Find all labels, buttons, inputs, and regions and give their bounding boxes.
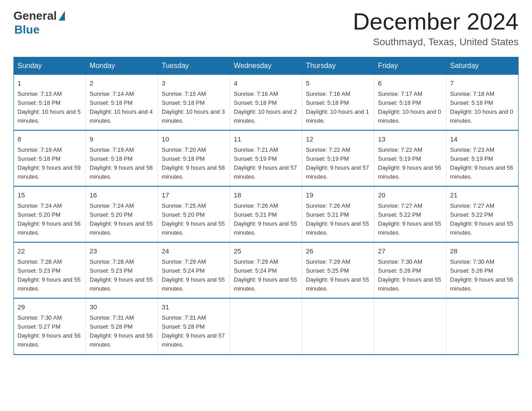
- day-number: 23: [90, 246, 154, 257]
- day-cell: 1Sunrise: 7:13 AMSunset: 5:18 PMDaylight…: [14, 75, 86, 131]
- header-row: SundayMondayTuesdayWednesdayThursdayFrid…: [14, 57, 519, 75]
- day-info: Sunrise: 7:31 AMSunset: 5:28 PMDaylight:…: [162, 313, 226, 350]
- logo-general-text: General: [13, 9, 57, 23]
- calendar-header: SundayMondayTuesdayWednesdayThursdayFrid…: [14, 57, 519, 75]
- day-number: 14: [450, 134, 515, 145]
- day-number: 1: [17, 78, 82, 89]
- day-cell: 20Sunrise: 7:27 AMSunset: 5:22 PMDayligh…: [374, 186, 446, 242]
- day-info: Sunrise: 7:28 AMSunset: 5:23 PMDaylight:…: [90, 257, 154, 294]
- day-cell: 12Sunrise: 7:22 AMSunset: 5:19 PMDayligh…: [302, 130, 374, 186]
- day-number: 12: [306, 134, 370, 145]
- day-number: 30: [90, 302, 154, 313]
- logo: General Blue: [13, 9, 65, 37]
- day-number: 21: [450, 190, 515, 201]
- day-info: Sunrise: 7:16 AMSunset: 5:18 PMDaylight:…: [306, 90, 370, 126]
- day-number: 9: [90, 134, 154, 145]
- header-cell-saturday: Saturday: [446, 57, 519, 75]
- day-info: Sunrise: 7:26 AMSunset: 5:21 PMDaylight:…: [234, 201, 298, 238]
- day-cell: 21Sunrise: 7:27 AMSunset: 5:22 PMDayligh…: [446, 186, 519, 242]
- day-cell: 30Sunrise: 7:31 AMSunset: 5:28 PMDayligh…: [86, 298, 158, 354]
- day-number: 20: [378, 190, 442, 201]
- day-cell: 3Sunrise: 7:15 AMSunset: 5:18 PMDaylight…: [158, 75, 230, 131]
- day-cell: 16Sunrise: 7:24 AMSunset: 5:20 PMDayligh…: [86, 186, 158, 242]
- day-info: Sunrise: 7:17 AMSunset: 5:18 PMDaylight:…: [378, 90, 442, 126]
- day-number: 19: [306, 190, 370, 201]
- day-number: 16: [90, 190, 154, 201]
- day-number: 18: [234, 190, 298, 201]
- day-info: Sunrise: 7:23 AMSunset: 5:19 PMDaylight:…: [450, 146, 515, 182]
- day-info: Sunrise: 7:18 AMSunset: 5:18 PMDaylight:…: [450, 90, 515, 126]
- title-area: December 2024 Southmayd, Texas, United S…: [353, 9, 519, 48]
- logo-triangle-icon: [59, 11, 65, 21]
- day-number: 11: [234, 134, 298, 145]
- day-info: Sunrise: 7:13 AMSunset: 5:18 PMDaylight:…: [17, 90, 82, 126]
- day-cell: 11Sunrise: 7:21 AMSunset: 5:19 PMDayligh…: [230, 130, 302, 186]
- day-cell: 13Sunrise: 7:22 AMSunset: 5:19 PMDayligh…: [374, 130, 446, 186]
- day-number: 5: [306, 78, 370, 89]
- day-info: Sunrise: 7:19 AMSunset: 5:18 PMDaylight:…: [90, 146, 154, 182]
- day-cell: 8Sunrise: 7:19 AMSunset: 5:18 PMDaylight…: [14, 130, 86, 186]
- day-cell: 7Sunrise: 7:18 AMSunset: 5:18 PMDaylight…: [446, 75, 519, 131]
- day-number: 7: [450, 78, 515, 89]
- header-cell-tuesday: Tuesday: [158, 57, 230, 75]
- day-cell: 31Sunrise: 7:31 AMSunset: 5:28 PMDayligh…: [158, 298, 230, 354]
- day-cell: 9Sunrise: 7:19 AMSunset: 5:18 PMDaylight…: [86, 130, 158, 186]
- day-info: Sunrise: 7:30 AMSunset: 5:26 PMDaylight:…: [378, 257, 442, 294]
- day-info: Sunrise: 7:31 AMSunset: 5:28 PMDaylight:…: [90, 313, 154, 350]
- day-cell: 25Sunrise: 7:29 AMSunset: 5:24 PMDayligh…: [230, 242, 302, 298]
- calendar-body: 1Sunrise: 7:13 AMSunset: 5:18 PMDaylight…: [14, 75, 519, 355]
- day-number: 4: [234, 78, 298, 89]
- day-cell: [302, 298, 374, 354]
- day-info: Sunrise: 7:28 AMSunset: 5:23 PMDaylight:…: [17, 257, 82, 294]
- day-info: Sunrise: 7:16 AMSunset: 5:18 PMDaylight:…: [234, 90, 298, 126]
- day-info: Sunrise: 7:20 AMSunset: 5:18 PMDaylight:…: [162, 146, 226, 182]
- day-info: Sunrise: 7:27 AMSunset: 5:22 PMDaylight:…: [378, 201, 442, 238]
- day-cell: 4Sunrise: 7:16 AMSunset: 5:18 PMDaylight…: [230, 75, 302, 131]
- day-cell: 26Sunrise: 7:29 AMSunset: 5:25 PMDayligh…: [302, 242, 374, 298]
- day-cell: 17Sunrise: 7:25 AMSunset: 5:20 PMDayligh…: [158, 186, 230, 242]
- day-cell: 22Sunrise: 7:28 AMSunset: 5:23 PMDayligh…: [14, 242, 86, 298]
- day-info: Sunrise: 7:26 AMSunset: 5:21 PMDaylight:…: [306, 201, 370, 238]
- day-info: Sunrise: 7:29 AMSunset: 5:24 PMDaylight:…: [234, 257, 298, 294]
- day-cell: 18Sunrise: 7:26 AMSunset: 5:21 PMDayligh…: [230, 186, 302, 242]
- header-cell-wednesday: Wednesday: [230, 57, 302, 75]
- header-cell-thursday: Thursday: [302, 57, 374, 75]
- day-info: Sunrise: 7:29 AMSunset: 5:24 PMDaylight:…: [162, 257, 226, 294]
- week-row-4: 22Sunrise: 7:28 AMSunset: 5:23 PMDayligh…: [14, 242, 519, 298]
- logo-blue-text: Blue: [14, 23, 39, 37]
- day-info: Sunrise: 7:30 AMSunset: 5:26 PMDaylight:…: [450, 257, 515, 294]
- day-cell: [374, 298, 446, 354]
- day-number: 2: [90, 78, 154, 89]
- day-info: Sunrise: 7:24 AMSunset: 5:20 PMDaylight:…: [90, 201, 154, 238]
- day-cell: 28Sunrise: 7:30 AMSunset: 5:26 PMDayligh…: [446, 242, 519, 298]
- day-info: Sunrise: 7:27 AMSunset: 5:22 PMDaylight:…: [450, 201, 515, 238]
- day-info: Sunrise: 7:30 AMSunset: 5:27 PMDaylight:…: [17, 313, 82, 350]
- day-cell: 6Sunrise: 7:17 AMSunset: 5:18 PMDaylight…: [374, 75, 446, 131]
- header-cell-sunday: Sunday: [14, 57, 86, 75]
- header-cell-monday: Monday: [86, 57, 158, 75]
- day-number: 24: [162, 246, 226, 257]
- week-row-1: 1Sunrise: 7:13 AMSunset: 5:18 PMDaylight…: [14, 75, 519, 131]
- day-number: 25: [234, 246, 298, 257]
- day-info: Sunrise: 7:21 AMSunset: 5:19 PMDaylight:…: [234, 146, 298, 182]
- day-cell: 19Sunrise: 7:26 AMSunset: 5:21 PMDayligh…: [302, 186, 374, 242]
- day-number: 8: [17, 134, 82, 145]
- day-cell: 29Sunrise: 7:30 AMSunset: 5:27 PMDayligh…: [14, 298, 86, 354]
- day-info: Sunrise: 7:22 AMSunset: 5:19 PMDaylight:…: [378, 146, 442, 182]
- day-cell: 2Sunrise: 7:14 AMSunset: 5:18 PMDaylight…: [86, 75, 158, 131]
- day-number: 31: [162, 302, 226, 313]
- day-cell: 27Sunrise: 7:30 AMSunset: 5:26 PMDayligh…: [374, 242, 446, 298]
- day-info: Sunrise: 7:15 AMSunset: 5:18 PMDaylight:…: [162, 90, 226, 126]
- calendar-title: December 2024: [353, 9, 519, 34]
- calendar-table: SundayMondayTuesdayWednesdayThursdayFrid…: [13, 57, 519, 355]
- page-header: General Blue December 2024 Southmayd, Te…: [13, 9, 519, 48]
- day-number: 15: [17, 190, 82, 201]
- day-number: 3: [162, 78, 226, 89]
- day-cell: [230, 298, 302, 354]
- day-cell: 14Sunrise: 7:23 AMSunset: 5:19 PMDayligh…: [446, 130, 519, 186]
- day-info: Sunrise: 7:24 AMSunset: 5:20 PMDaylight:…: [17, 201, 82, 238]
- day-number: 28: [450, 246, 515, 257]
- day-info: Sunrise: 7:19 AMSunset: 5:18 PMDaylight:…: [17, 146, 82, 182]
- day-number: 10: [162, 134, 226, 145]
- header-cell-friday: Friday: [374, 57, 446, 75]
